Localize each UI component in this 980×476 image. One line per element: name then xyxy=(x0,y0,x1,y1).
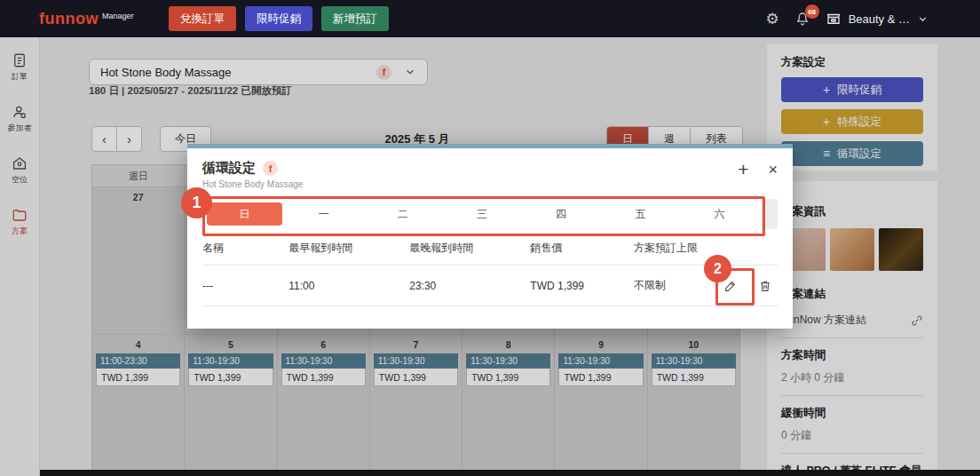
logo-suffix: Manager xyxy=(102,12,134,20)
col-earliest: 最早報到時間 xyxy=(288,241,409,256)
funnow-logo: funnow Manager xyxy=(39,10,160,28)
store-icon xyxy=(826,11,842,27)
logo-text: funnow xyxy=(39,10,99,28)
new-booking-button[interactable]: 新增預訂 xyxy=(321,6,389,31)
account-switcher[interactable]: Beauty & … xyxy=(826,11,929,27)
funnow-f-badge: f xyxy=(263,161,278,176)
col-latest: 最晚報到時間 xyxy=(409,241,530,256)
recurring-settings-modal: 循環設定 f Hot Stone Body Massage + × 日 一 二 … xyxy=(187,144,793,329)
settings-gear-icon[interactable]: ⚙ xyxy=(765,12,778,27)
modal-subtitle: Hot Stone Body Massage xyxy=(202,179,303,189)
app-root: funnow Manager 兌換訂單 限時促銷 新增預訂 ⚙ 68 Beaut… xyxy=(0,0,980,476)
redeem-order-button[interactable]: 兌換訂單 xyxy=(169,6,236,31)
rule-limit: 不限制 xyxy=(634,278,720,293)
modal-title: 循環設定 xyxy=(202,160,256,177)
col-limit: 方案預訂上限 xyxy=(634,241,720,256)
bottom-edge-bar xyxy=(40,470,980,476)
close-modal-button[interactable]: × xyxy=(768,162,778,178)
chevron-down-icon xyxy=(917,13,929,25)
account-label: Beauty & … xyxy=(849,12,910,26)
col-name: 名稱 xyxy=(202,241,288,256)
rule-price: TWD 1,399 xyxy=(530,280,634,292)
recurring-rules-table: 名稱 最早報到時間 最晚報到時間 銷售價 方案預訂上限 --- 11:00 23… xyxy=(202,241,778,306)
notification-count-badge: 68 xyxy=(805,4,819,19)
notifications-bell-icon[interactable]: 68 xyxy=(794,11,810,27)
table-header-row: 名稱 最早報到時間 最晚報到時間 銷售價 方案預訂上限 xyxy=(202,241,778,266)
table-row: --- 11:00 23:30 TWD 1,399 不限制 xyxy=(202,266,778,306)
header-right-group: ⚙ 68 Beauty & … xyxy=(765,11,929,27)
rule-name: --- xyxy=(202,280,288,292)
flash-sale-button[interactable]: 限時促銷 xyxy=(245,6,312,31)
rule-latest: 23:30 xyxy=(409,280,530,292)
add-rule-button[interactable]: + xyxy=(738,160,748,178)
modal-header: 循環設定 f Hot Stone Body Massage + × xyxy=(202,160,778,189)
annotation-step-1-badge: 1 xyxy=(181,187,212,218)
rule-earliest: 11:00 xyxy=(288,280,409,292)
annotation-step-2-badge: 2 xyxy=(704,255,731,282)
col-price: 銷售價 xyxy=(530,241,634,256)
delete-trash-icon[interactable] xyxy=(758,279,772,293)
top-header: funnow Manager 兌換訂單 限時促銷 新增預訂 ⚙ 68 Beaut… xyxy=(0,0,980,37)
annotation-rect-weekday-tabs xyxy=(202,196,765,236)
